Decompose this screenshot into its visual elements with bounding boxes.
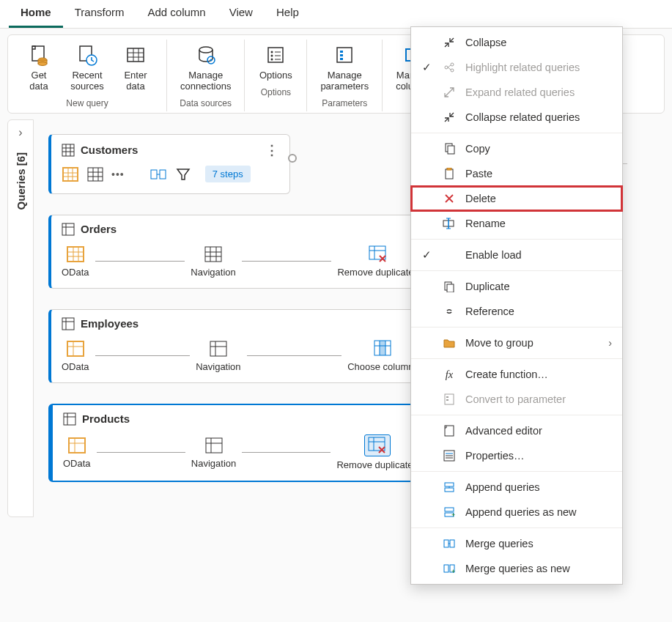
query-card-employees[interactable]: Employees OData Navigation Choose column… xyxy=(48,309,429,383)
editor-icon xyxy=(442,423,457,438)
svg-point-15 xyxy=(271,51,273,53)
options-icon xyxy=(263,42,288,67)
step-remove-duplicates[interactable]: Remove duplicates xyxy=(337,245,418,278)
tab-bar: Home Transform Add column View Help xyxy=(0,0,672,29)
menu-merge-queries-new[interactable]: +Merge queries as new xyxy=(411,556,622,581)
odata-icon xyxy=(67,436,86,455)
expand-queries-icon[interactable]: › xyxy=(18,126,22,139)
menu-expand-related[interactable]: Expand related queries xyxy=(411,80,622,105)
table-step-icon xyxy=(204,245,223,264)
step-navigation[interactable]: Navigation xyxy=(196,339,240,372)
enter-data-icon xyxy=(123,42,148,67)
manage-connections-icon xyxy=(193,42,218,67)
tab-transform[interactable]: Transform xyxy=(63,0,136,28)
menu-properties[interactable]: Properties… xyxy=(411,443,622,468)
query-card-products[interactable]: Products OData Navigation Remove duplica… xyxy=(48,404,429,482)
menu-highlight-related[interactable]: ✓Highlight related queries xyxy=(411,55,622,80)
tab-home[interactable]: Home xyxy=(9,0,63,28)
menu-move-to-group[interactable]: Move to group› xyxy=(411,330,622,355)
svg-rect-83 xyxy=(70,439,84,452)
step-connector xyxy=(95,355,191,356)
menu-append-queries-new[interactable]: +Append queries as new xyxy=(411,500,622,525)
step-remove-duplicates[interactable]: Remove duplicates xyxy=(336,434,418,470)
svg-rect-64 xyxy=(62,318,74,330)
queries-panel-collapsed: › Queries [6] xyxy=(7,119,34,517)
ellipsis-icon[interactable]: ••• xyxy=(111,169,125,180)
svg-rect-98 xyxy=(447,168,451,170)
rename-icon xyxy=(442,216,457,231)
svg-rect-51 xyxy=(68,248,83,261)
step-odata[interactable]: OData xyxy=(63,436,91,469)
svg-rect-116 xyxy=(444,540,448,547)
step-connector xyxy=(242,261,332,262)
query-card-customers[interactable]: Customers ⋮ ••• 7 steps xyxy=(48,134,290,194)
svg-text:+: + xyxy=(451,568,455,574)
menu-delete[interactable]: Delete xyxy=(411,186,622,211)
svg-point-3 xyxy=(38,62,47,66)
svg-point-17 xyxy=(271,59,273,61)
step-navigation[interactable]: Navigation xyxy=(191,436,236,469)
svg-rect-29 xyxy=(62,144,74,156)
svg-rect-79 xyxy=(64,413,75,425)
enter-data-button[interactable]: Enter data xyxy=(115,40,156,95)
output-node[interactable] xyxy=(288,154,297,163)
step-odata[interactable]: OData xyxy=(62,339,89,372)
manage-parameters-button[interactable]: Manage parameters xyxy=(317,40,372,95)
card-more-icon[interactable]: ⋮ xyxy=(265,142,279,158)
svg-rect-71 xyxy=(210,341,226,356)
svg-point-94 xyxy=(451,69,454,72)
step-choose-columns[interactable]: Choose columns xyxy=(347,339,418,372)
menu-rename[interactable]: Rename xyxy=(411,211,622,236)
ribbon-group-label-options: Options xyxy=(261,87,291,100)
menu-merge-queries[interactable]: Merge queries xyxy=(411,531,622,556)
step-connector xyxy=(247,355,342,356)
options-button[interactable]: Options xyxy=(255,40,296,84)
menu-append-queries[interactable]: Append queries xyxy=(411,475,622,500)
paste-icon xyxy=(442,166,457,181)
menu-copy[interactable]: Copy xyxy=(411,136,622,161)
ribbon-group-data-sources: Manage connections Data sources xyxy=(167,40,245,111)
get-data-button[interactable]: Get data xyxy=(18,40,59,95)
svg-rect-40 xyxy=(88,168,103,181)
svg-rect-117 xyxy=(450,540,454,547)
check-icon: ✓ xyxy=(420,62,433,73)
check-icon: ✓ xyxy=(420,249,433,261)
tab-help[interactable]: Help xyxy=(265,0,311,28)
step-navigation[interactable]: Navigation xyxy=(191,245,235,278)
menu-enable-load[interactable]: ✓Enable load xyxy=(411,242,622,267)
submenu-arrow-icon: › xyxy=(608,337,612,349)
menu-collapse-related[interactable]: Collapse related queries xyxy=(411,105,622,130)
query-card-orders[interactable]: Orders OData Navigation Remove duplicate… xyxy=(48,215,429,289)
ribbon-group-label-data-sources: Data sources xyxy=(180,98,232,111)
menu-duplicate[interactable]: Duplicate xyxy=(411,274,622,299)
options-label: Options xyxy=(259,70,292,81)
menu-reference[interactable]: Reference xyxy=(411,299,622,324)
tab-add-column[interactable]: Add column xyxy=(136,0,217,28)
merge-icon xyxy=(149,166,167,183)
ribbon-group-new-query: Get data Recent sources Enter data New q… xyxy=(8,40,167,111)
menu-create-function[interactable]: fxCreate function… xyxy=(411,362,622,387)
manage-parameters-icon xyxy=(332,42,357,67)
menu-convert-parameter[interactable]: Convert to parameter xyxy=(411,387,622,412)
step-odata[interactable]: OData xyxy=(62,245,89,278)
step-connector xyxy=(97,452,185,453)
duplicate-icon xyxy=(442,279,457,294)
collapse-related-icon xyxy=(442,110,457,125)
menu-advanced-editor[interactable]: Advanced editor xyxy=(411,418,622,443)
ribbon-group-parameters: Manage parameters Parameters xyxy=(307,40,383,111)
remove-duplicates-icon xyxy=(364,434,391,456)
menu-paste[interactable]: Paste xyxy=(411,161,622,186)
queries-panel-title: Queries [6] xyxy=(15,152,27,210)
steps-badge[interactable]: 7 steps xyxy=(205,166,251,182)
step-connector xyxy=(242,452,331,453)
menu-collapse[interactable]: Collapse xyxy=(411,30,622,55)
svg-rect-96 xyxy=(448,146,454,154)
recent-sources-button[interactable]: Recent sources xyxy=(67,40,108,95)
svg-rect-75 xyxy=(380,341,385,355)
tab-view[interactable]: View xyxy=(218,0,265,28)
svg-rect-118 xyxy=(444,565,448,572)
svg-rect-105 xyxy=(446,399,448,401)
svg-point-13 xyxy=(210,59,212,62)
manage-connections-button[interactable]: Manage connections xyxy=(177,40,234,95)
copy-icon xyxy=(442,141,457,156)
